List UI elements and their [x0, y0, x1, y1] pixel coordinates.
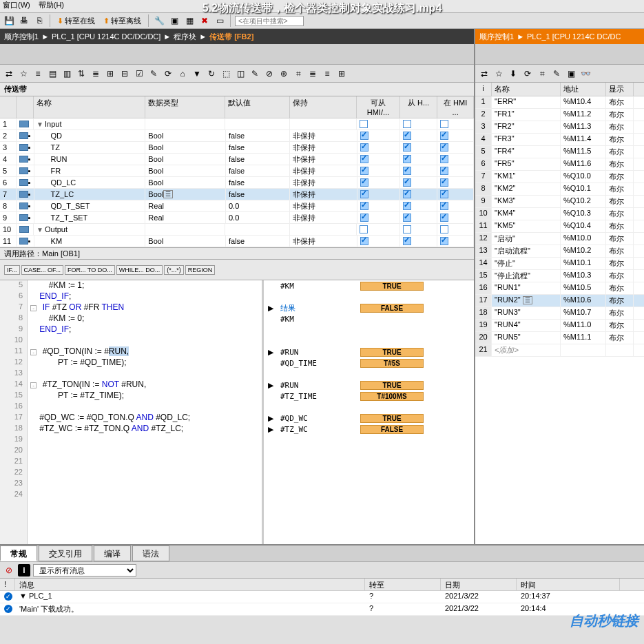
tag-row[interactable]: 16"RUN1"%M10.5布尔 [475, 282, 644, 295]
var-row[interactable]: 9 ▪TZ_T_SETReal0.0非保持 [0, 212, 474, 224]
et-9[interactable]: ⊟ [118, 67, 131, 80]
tab-compile[interactable]: 编译 [94, 546, 131, 561]
tag-row[interactable]: 8"KM2"%Q10.1布尔 [475, 183, 644, 196]
tool-icon-4[interactable]: ▭ [214, 14, 226, 27]
copy-icon[interactable]: ⎘ [33, 14, 45, 27]
tag-row[interactable]: 18"RUN3"%M10.7布尔 [475, 307, 644, 320]
et-22[interactable]: ≣ [307, 67, 319, 80]
error-icon[interactable]: ⊘ [3, 564, 15, 577]
code-editor[interactable]: 56789101112131415161718192021222324 #KM … [0, 280, 474, 546]
tag-row[interactable]: 7"KM1"%Q10.0布尔 [475, 171, 644, 183]
tag-row[interactable]: 15"停止流程"%M10.3布尔 [475, 270, 644, 282]
message-row[interactable]: ✓▼ PLC_1?2021/3/2220:14:37 [0, 591, 644, 603]
var-row[interactable]: 11 ▪KMBoolfalse非保持 [0, 236, 474, 247]
et-5[interactable]: ▥ [61, 67, 73, 80]
et-14[interactable]: ▼ [191, 67, 203, 80]
message-filter-dropdown[interactable]: 显示所有消息 [33, 564, 136, 577]
et-6[interactable]: ⇅ [75, 67, 87, 80]
tag-row[interactable]: 5"FR4"%M11.5布尔 [475, 146, 644, 158]
et-8[interactable]: ⊞ [104, 67, 116, 80]
tag-row[interactable]: 20"RUN5"%M11.1布尔 [475, 332, 644, 344]
crumb-plc-r[interactable]: PLC_1 [CPU 1214C DC/DC [527, 32, 621, 41]
tag-row[interactable]: 12"启动"%M10.0布尔 [475, 233, 644, 245]
crumb-project-r[interactable]: 顺序控制1 [479, 32, 514, 42]
crumb-project[interactable]: 顺序控制1 [4, 32, 39, 42]
var-row[interactable]: 4 ▪RUNBoolfalse非保持 [0, 154, 474, 165]
tag-row[interactable]: 17"RUN2" ☰%M10.6布尔 [475, 295, 644, 307]
tool-icon-2[interactable]: ▣ [168, 14, 180, 27]
tag-row[interactable]: 21<添加> [475, 344, 644, 357]
watch-row: #QD_TIMET#5S [264, 357, 474, 368]
ct-comment[interactable]: (*...*) [164, 265, 184, 275]
rt-8[interactable]: 👓 [579, 67, 592, 80]
crumb-fb[interactable]: 传送带 [FB2] [209, 32, 253, 42]
tag-row[interactable]: 10"KM4"%Q10.3布尔 [475, 208, 644, 220]
close-icon[interactable]: ✖ [198, 14, 211, 27]
var-row[interactable]: 5 ▪FRBoolfalse非保持 [0, 165, 474, 177]
var-row[interactable]: 2 ▪QDBoolfalse非保持 [0, 130, 474, 142]
et-20[interactable]: ⊕ [278, 67, 290, 80]
ct-case[interactable]: CASE... OF... [21, 265, 64, 275]
et-3[interactable]: ≡ [32, 67, 44, 80]
et-11[interactable]: ✎ [147, 67, 160, 80]
et-16[interactable]: ⬚ [220, 67, 232, 80]
var-row[interactable]: 7 ▪TZ_LCBool ☰false非保持 [0, 189, 474, 200]
go-online-button[interactable]: ⬇转至在线 [54, 16, 98, 26]
et-17[interactable]: ◫ [234, 67, 247, 80]
et-12[interactable]: ⟳ [162, 67, 174, 80]
et-7[interactable]: ≣ [90, 67, 102, 80]
menu-help[interactable]: 帮助(H) [39, 0, 64, 12]
tag-row[interactable]: 6"FR5"%M11.6布尔 [475, 158, 644, 171]
var-row[interactable]: 10▼Output [0, 224, 474, 236]
rt-2[interactable]: ☆ [492, 67, 505, 80]
et-10[interactable]: ☑ [133, 67, 145, 80]
tool-icon-1[interactable]: 🔧 [153, 14, 165, 27]
project-search-input[interactable] [235, 16, 304, 26]
tab-syntax[interactable]: 语法 [132, 546, 169, 561]
tag-row[interactable]: 19"RUN4"%M11.0布尔 [475, 320, 644, 332]
menu-window[interactable]: 窗口(W) [3, 0, 30, 12]
var-row[interactable]: 6 ▪QD_LCBoolfalse非保持 [0, 177, 474, 189]
tab-general[interactable]: 常规 [0, 546, 37, 561]
tag-row[interactable]: 2"FR1"%M11.2布尔 [475, 109, 644, 121]
ct-for[interactable]: FOR... TO DO... [65, 265, 115, 275]
et-18[interactable]: ✎ [249, 67, 261, 80]
save-icon[interactable]: 💾 [3, 14, 15, 27]
var-row[interactable]: 1▼Input [0, 118, 474, 130]
crumb-plc[interactable]: PLC_1 [CPU 1214C DC/DC/DC] [52, 32, 160, 41]
print-icon[interactable]: 🖶 [18, 14, 30, 27]
message-row[interactable]: ✓ 'Main' 下载成功。?2021/3/2220:14:4 [0, 603, 644, 616]
et-2[interactable]: ☆ [17, 67, 30, 80]
var-row[interactable]: 3 ▪TZBoolfalse非保持 [0, 142, 474, 154]
et-1[interactable]: ⇄ [3, 67, 15, 80]
rt-1[interactable]: ⇄ [478, 67, 490, 80]
crumb-blocks[interactable]: 程序块 [174, 32, 196, 42]
et-21[interactable]: ⌗ [292, 67, 304, 80]
tab-xref[interactable]: 交叉引用 [39, 546, 92, 561]
rt-6[interactable]: ✎ [550, 67, 563, 80]
ct-if[interactable]: IF... [4, 265, 20, 275]
ct-while[interactable]: WHILE... DO... [116, 265, 163, 275]
et-15[interactable]: ↻ [205, 67, 218, 80]
et-13[interactable]: ⌂ [176, 67, 189, 80]
tag-row[interactable]: 3"FR2"%M11.3布尔 [475, 121, 644, 134]
et-4[interactable]: ▤ [46, 67, 59, 80]
tag-row[interactable]: 11"KM5"%Q10.4布尔 [475, 220, 644, 233]
et-23[interactable]: ≡ [321, 67, 333, 80]
tag-row[interactable]: 14"停止"%M10.1布尔 [475, 258, 644, 270]
tool-icon-3[interactable]: ▦ [183, 14, 196, 27]
rt-7[interactable]: ▣ [565, 67, 577, 80]
tag-row[interactable]: 1"ERR"%M10.4布尔 [475, 96, 644, 109]
et-24[interactable]: ⊞ [335, 67, 348, 80]
tag-row[interactable]: 4"FR3"%M11.4布尔 [475, 134, 644, 146]
rt-5[interactable]: ⌗ [536, 67, 548, 80]
tag-row[interactable]: 9"KM3"%Q10.2布尔 [475, 196, 644, 208]
tag-row[interactable]: 13"启动流程"%M10.2布尔 [475, 245, 644, 258]
ct-region[interactable]: REGION [185, 265, 216, 275]
rt-4[interactable]: ⟳ [521, 67, 534, 80]
go-offline-button[interactable]: ⬆转至离线 [101, 16, 144, 26]
var-row[interactable]: 8 ▪QD_T_SETReal0.0非保持 [0, 200, 474, 212]
et-19[interactable]: ⊘ [263, 67, 276, 80]
info-icon[interactable]: i [18, 564, 30, 577]
rt-3[interactable]: ⬇ [507, 67, 519, 80]
